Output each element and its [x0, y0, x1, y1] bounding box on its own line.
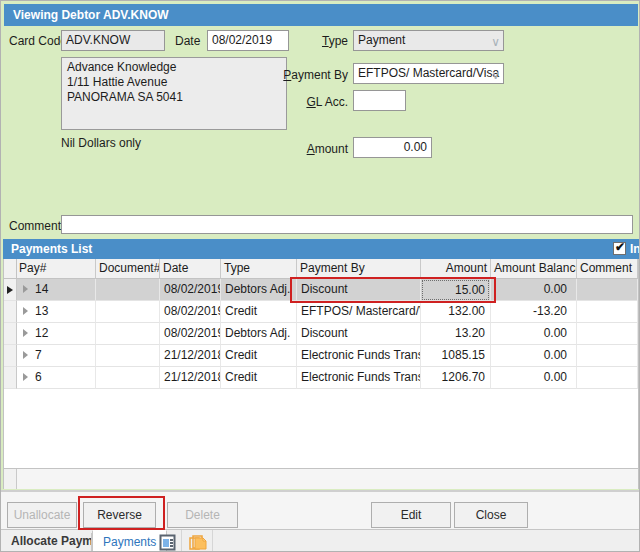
selected-row-indicator — [4, 279, 17, 301]
table-row[interactable]: 14 08/02/2019 Debtors Adj. Discount 15.0… — [4, 279, 638, 301]
payments-list-header: Payments List — [3, 239, 639, 259]
type-cell: Debtors Adj. — [221, 279, 297, 301]
type-cell: Credit — [221, 345, 297, 367]
amount-balance-cell: -13.20 — [491, 301, 577, 323]
type-cell: Debtors Adj. — [221, 323, 297, 345]
address-line: Advance Knowledge — [67, 60, 281, 75]
date-cell: 08/02/2019 — [160, 301, 221, 323]
pay-cell: 7 — [17, 345, 96, 367]
card-code-label: Card Code — [9, 33, 67, 49]
comment-cell — [577, 301, 638, 323]
address-line: 1/11 Hattie Avenue — [67, 75, 281, 90]
type-dropdown[interactable]: Payment ∨ — [353, 30, 504, 51]
grid-header-indicator-cell — [4, 259, 17, 279]
amount-field[interactable]: 0.00 — [353, 137, 432, 158]
payment-by-cell: Discount — [297, 279, 421, 301]
type-dropdown-value: Payment — [358, 33, 405, 47]
report-icon — [159, 534, 176, 551]
expand-arrow-icon[interactable] — [23, 307, 28, 315]
amount-balance-cell: 0.00 — [491, 323, 577, 345]
grid-footer-bar — [4, 468, 638, 489]
comment-cell — [577, 367, 638, 389]
column-header-amount[interactable]: Amount — [421, 259, 491, 279]
amount-balance-cell: 0.00 — [491, 345, 577, 367]
document-cell — [96, 323, 160, 345]
column-header-comment[interactable]: Comment — [577, 259, 638, 279]
comment-cell — [577, 345, 638, 367]
pay-cell: 13 — [17, 301, 96, 323]
table-row[interactable]: 12 08/02/2019 Debtors Adj. Discount 13.2… — [4, 323, 638, 345]
row-indicator-cell — [4, 345, 17, 367]
amount-cell: 15.00 — [421, 279, 491, 301]
column-header-amount-balance[interactable]: Amount Balance — [491, 259, 577, 279]
focused-cell: 15.00 — [422, 280, 489, 300]
expand-arrow-icon[interactable] — [23, 373, 28, 381]
comment-field[interactable] — [61, 215, 633, 234]
row-indicator-cell — [4, 367, 17, 389]
chevron-down-icon: ∨ — [491, 33, 500, 51]
document-cell — [96, 301, 160, 323]
table-row[interactable]: 6 21/12/2018 Credit Electronic Funds Tra… — [4, 367, 638, 389]
date-cell: 08/02/2019 — [160, 323, 221, 345]
amount-in-words-text: Nil Dollars only — [61, 135, 141, 151]
row-indicator-cell — [4, 323, 17, 345]
comment-cell — [577, 279, 638, 301]
document-cell — [96, 345, 160, 367]
column-header-document[interactable]: Document# — [96, 259, 160, 279]
payments-list-title: Payments List — [11, 242, 92, 256]
date-cell: 21/12/2018 — [160, 345, 221, 367]
expand-arrow-icon[interactable] — [23, 285, 28, 293]
dialog-title: Viewing Debtor ADV.KNOW — [13, 8, 169, 22]
type-cell: Credit — [221, 367, 297, 389]
comment-label: Comment — [9, 218, 61, 234]
edit-button[interactable]: Edit — [371, 502, 451, 528]
table-row[interactable]: 13 08/02/2019 Credit EFTPOS/ Mastercard/… — [4, 301, 638, 323]
payments-grid: Pay# Document# Date Type Payment By Amou… — [3, 259, 639, 489]
gl-acc-field[interactable] — [353, 90, 406, 111]
amount-label: Amount — [271, 141, 348, 157]
type-cell: Credit — [221, 301, 297, 323]
amount-balance-cell: 0.00 — [491, 367, 577, 389]
grid-footer-indicator-cell — [4, 469, 17, 489]
reverse-button[interactable]: Reverse — [83, 502, 156, 528]
delete-button: Delete — [167, 502, 238, 528]
amount-cell: 1206.70 — [421, 367, 491, 389]
payment-by-dropdown[interactable]: EFTPOS/ Mastercard/Visa ∨ — [353, 63, 504, 84]
column-header-type[interactable]: Type — [221, 259, 297, 279]
payment-by-dropdown-value: EFTPOS/ Mastercard/Visa — [358, 66, 499, 80]
payment-by-cell: Discount — [297, 323, 421, 345]
document-cell — [96, 279, 160, 301]
grid-header-row: Pay# Document# Date Type Payment By Amou… — [4, 259, 638, 279]
date-label: Date — [175, 33, 200, 49]
comment-cell — [577, 323, 638, 345]
column-header-date[interactable]: Date — [160, 259, 221, 279]
expand-arrow-icon[interactable] — [23, 329, 28, 337]
tab-report-view[interactable] — [153, 530, 182, 552]
debtor-address-box: Advance Knowledge 1/11 Hattie Avenue PAN… — [61, 57, 287, 130]
tab-strip: Allocate Payments Payments — [1, 529, 640, 552]
table-row[interactable]: 7 21/12/2018 Credit Electronic Funds Tra… — [4, 345, 638, 367]
payment-by-cell: Electronic Funds Transfer — [297, 345, 421, 367]
column-header-payment-by[interactable]: Payment By — [297, 259, 421, 279]
expand-arrow-icon[interactable] — [23, 351, 28, 359]
unallocate-button: Unallocate — [7, 502, 77, 528]
card-code-field[interactable]: ADV.KNOW — [61, 30, 165, 51]
address-line: PANORAMA SA 5041 — [67, 90, 281, 105]
tab-copy-documents[interactable] — [182, 530, 213, 552]
type-label: Type — [291, 33, 348, 49]
include-checkbox[interactable]: ✔ — [613, 242, 626, 255]
pay-cell: 14 — [17, 279, 96, 301]
amount-balance-cell: 0.00 — [491, 279, 577, 301]
titlebar: Viewing Debtor ADV.KNOW — [4, 4, 638, 26]
pay-cell: 6 — [17, 367, 96, 389]
date-field[interactable]: 08/02/2019 — [207, 30, 289, 51]
column-header-pay[interactable]: Pay# — [17, 259, 96, 279]
viewing-debtor-dialog: Viewing Debtor ADV.KNOW Card Code ADV.KN… — [0, 0, 640, 552]
payment-by-cell: Electronic Funds Transfer — [297, 367, 421, 389]
row-pointer-icon — [7, 286, 13, 294]
checkmark-icon: ✔ — [615, 240, 625, 254]
close-button[interactable]: Close — [454, 502, 528, 528]
amount-cell: 13.20 — [421, 323, 491, 345]
chevron-down-icon: ∨ — [491, 66, 500, 84]
payment-by-label: Payment By — [271, 67, 348, 83]
